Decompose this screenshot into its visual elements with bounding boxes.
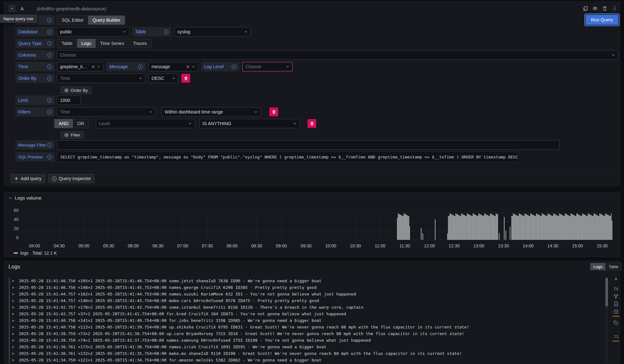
info-icon[interactable]: i <box>47 30 52 34</box>
editor-type-sql-editor[interactable]: SQL Editor <box>57 16 88 25</box>
limit-input[interactable]: 1000 <box>57 96 81 105</box>
chart-legend: logs Total: 12.1 K <box>14 251 57 256</box>
remove-query-icon[interactable] <box>602 6 608 11</box>
expand-log-row-icon[interactable]: > <box>12 332 16 336</box>
table-select[interactable]: syslog <box>174 27 251 36</box>
query-type-label: Query Typei <box>15 39 55 48</box>
info-icon[interactable]: i <box>47 18 52 23</box>
filter2-operator-select[interactable]: IS ANYTHING <box>199 119 300 128</box>
filter2-field-select[interactable]: Level <box>96 119 195 128</box>
expand-log-row-icon[interactable]: > <box>12 285 16 290</box>
columns-select[interactable]: Choose <box>57 50 618 60</box>
editor-type-query-builder[interactable]: Query Builder <box>88 16 125 25</box>
scroll-to-bottom-icon[interactable] <box>611 276 620 282</box>
logs-view-switch: LogsTable <box>590 263 622 270</box>
log-row-text: 2025-05-28 15:41:38.759 <73>2 2025-05-28… <box>19 331 464 336</box>
query-inspector-button[interactable]: i Query inspector <box>48 174 95 183</box>
logs-view-table[interactable]: Table <box>605 263 621 270</box>
logs-scrollbar-thumb[interactable] <box>605 278 608 306</box>
expand-log-row-icon[interactable]: > <box>12 305 16 310</box>
log-row[interactable]: >2025-05-28 15:41:42.757 <178>2 2025-05-… <box>10 304 603 311</box>
log-row[interactable]: >2025-05-28 15:41:40.758 <113>1 2025-05-… <box>10 324 603 330</box>
log-row[interactable]: >2025-05-28 15:41:46.756 <148>2 2025-05-… <box>10 284 603 291</box>
add-order-by-button[interactable]: Order By <box>61 86 91 94</box>
info-icon[interactable]: i <box>47 98 52 103</box>
expand-log-row-icon[interactable]: > <box>12 279 16 283</box>
filter-condition-and[interactable]: AND <box>54 119 73 128</box>
log-row[interactable]: >2025-05-28 15:41:34.759 <121>1 2025-05-… <box>10 357 603 363</box>
query-type-table[interactable]: Table <box>57 39 77 48</box>
expand-log-row-icon[interactable]: > <box>12 318 16 323</box>
query-type-switch: TableLogsTime SeriesTraces <box>57 39 152 48</box>
database-select[interactable]: public <box>57 27 130 36</box>
collapse-query-row-button[interactable] <box>8 5 15 12</box>
svg-text:LOG: LOG <box>615 304 618 305</box>
logs-panel-title: Logs <box>8 264 20 270</box>
clear-icon[interactable] <box>186 65 190 69</box>
log-row[interactable]: >2025-05-28 15:41:44.757 <146>2 2025-05-… <box>10 297 603 304</box>
expand-log-row-icon[interactable]: > <box>12 358 16 362</box>
run-query-button[interactable]: Run Query <box>586 15 618 25</box>
query-type-traces[interactable]: Traces <box>129 39 151 48</box>
filter-operator-select[interactable]: Within dashboard time range <box>162 107 261 117</box>
remove-filter2-button[interactable] <box>307 119 316 128</box>
log-row[interactable]: >2025-05-28 15:41:40.758 <141>2 2025-05-… <box>10 317 603 324</box>
query-ref-id[interactable]: A <box>20 6 24 11</box>
order-by-field-select[interactable]: Time <box>57 74 146 83</box>
log-level-select[interactable]: Choose <box>242 62 293 71</box>
info-icon[interactable]: i <box>47 76 52 81</box>
log-row[interactable]: >2025-05-28 15:41:44.757 <162>1 2025-05-… <box>10 291 603 297</box>
expand-log-row-icon[interactable]: > <box>12 292 16 296</box>
message-column-select[interactable]: message <box>148 62 198 71</box>
filter-condition-or[interactable]: OR <box>73 119 89 128</box>
logs-scrollbar[interactable] <box>605 278 608 362</box>
drag-handle-icon[interactable] <box>612 6 617 11</box>
log-row[interactable]: >2025-05-28 15:41:36.761 <173>2 2025-05-… <box>10 344 603 350</box>
duplicate-query-icon[interactable] <box>583 6 588 11</box>
info-icon[interactable]: i <box>47 110 52 114</box>
log-row[interactable]: >2025-05-28 15:41:38.759 <73>2 2025-05-2… <box>10 330 603 337</box>
logs-volume-header[interactable]: Logs volume <box>8 195 41 201</box>
log-row[interactable]: >2025-05-28 15:41:36.761 <132>2 2025-05-… <box>10 350 603 357</box>
info-icon[interactable]: i <box>47 64 52 69</box>
show-time-icon[interactable] <box>611 309 620 317</box>
query-type-time-series[interactable]: Time Series <box>96 39 129 48</box>
log-row[interactable]: >2025-05-28 15:41:38.759 <74>1 2025-05-2… <box>10 337 603 344</box>
info-icon[interactable]: i <box>164 30 168 34</box>
message-filter-input[interactable] <box>57 140 560 150</box>
info-icon[interactable]: i <box>138 64 143 69</box>
info-icon[interactable]: i <box>47 53 52 58</box>
query-type-logs[interactable]: Logs <box>77 39 96 48</box>
legend-series-label[interactable]: logs <box>20 251 29 256</box>
expand-log-row-icon[interactable]: > <box>12 338 16 343</box>
expand-log-row-icon[interactable]: > <box>12 351 16 356</box>
log-details-icon[interactable]: LOG <box>611 301 620 306</box>
expand-log-row-icon[interactable]: > <box>12 312 16 316</box>
order-by-direction-select[interactable]: DESC <box>148 74 179 83</box>
remove-filter-button[interactable] <box>269 108 278 116</box>
hide-response-icon[interactable] <box>592 6 598 11</box>
time-column-select[interactable]: greptime_tim... <box>57 62 104 71</box>
wrap-lines-icon[interactable] <box>611 334 620 341</box>
expand-log-row-icon[interactable]: > <box>12 345 16 349</box>
filter-icon[interactable] <box>611 294 620 299</box>
remove-order-by-button[interactable] <box>181 74 190 83</box>
sort-order-icon[interactable] <box>611 286 620 291</box>
x-tick-label: 12:00 <box>424 243 435 248</box>
log-row[interactable]: >2025-05-28 15:41:42.757 <37>1 2025-05-2… <box>10 311 603 317</box>
add-filter-button[interactable]: Filter <box>61 131 84 139</box>
logs-view-logs[interactable]: Logs <box>590 263 605 270</box>
info-icon[interactable]: i <box>47 41 52 46</box>
add-query-button[interactable]: Add query <box>10 174 45 183</box>
info-icon[interactable]: i <box>47 143 52 147</box>
unique-labels-icon[interactable] <box>611 320 620 326</box>
info-icon[interactable]: i <box>232 64 236 69</box>
expand-log-row-icon[interactable]: > <box>12 299 16 303</box>
x-axis-labels: 04:0004:3005:0005:3006:0006:3007:0007:30… <box>22 243 613 249</box>
expand-log-row-icon[interactable]: > <box>12 325 16 329</box>
log-row[interactable]: >2025-05-28 15:41:46.756 <105>1 2025-05-… <box>10 278 603 284</box>
clear-icon[interactable] <box>91 65 95 69</box>
logs-volume-title: Logs volume <box>15 195 41 201</box>
filter-field-select[interactable]: Time <box>57 107 156 117</box>
info-icon[interactable]: i <box>47 155 52 159</box>
